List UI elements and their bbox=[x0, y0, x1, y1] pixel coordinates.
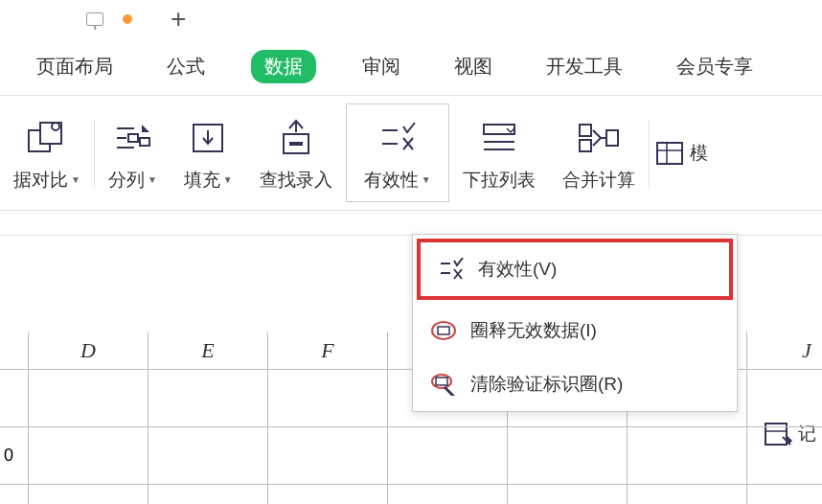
cell[interactable]: 0 bbox=[0, 427, 29, 484]
cell[interactable] bbox=[628, 485, 747, 504]
data-compare-icon bbox=[27, 114, 67, 162]
cell[interactable] bbox=[747, 485, 822, 504]
merge-calc-button[interactable]: 合并计算 bbox=[549, 103, 649, 202]
clear-circles-icon bbox=[430, 371, 457, 398]
fill-label: 填充 bbox=[184, 168, 220, 193]
menu-item-circle-invalid[interactable]: 圈释无效数据(I) bbox=[413, 304, 737, 357]
find-input-label: 查找录入 bbox=[260, 168, 332, 193]
cell[interactable] bbox=[747, 427, 822, 484]
tab-page-layout[interactable]: 页面布局 bbox=[29, 50, 121, 83]
circle-invalid-icon bbox=[430, 317, 457, 344]
tab-view[interactable]: 视图 bbox=[446, 50, 500, 83]
caret-down-icon: ▼ bbox=[148, 174, 157, 185]
cell[interactable] bbox=[148, 370, 268, 426]
caret-down-icon: ▼ bbox=[223, 174, 233, 185]
cell[interactable] bbox=[628, 427, 747, 484]
svg-rect-17 bbox=[580, 140, 591, 151]
tab-member[interactable]: 会员专享 bbox=[669, 50, 761, 83]
merge-calc-label: 合并计算 bbox=[562, 168, 635, 193]
cell[interactable] bbox=[268, 427, 388, 484]
table-row: 0 bbox=[0, 427, 822, 485]
fill-icon bbox=[190, 114, 226, 162]
tab-data[interactable]: 数据 bbox=[251, 50, 316, 83]
tab-review[interactable]: 审阅 bbox=[354, 50, 408, 83]
modified-dot-icon bbox=[123, 14, 132, 24]
cell[interactable] bbox=[148, 485, 268, 504]
merge-calc-icon bbox=[578, 114, 620, 162]
cell[interactable] bbox=[0, 485, 29, 504]
svg-rect-5 bbox=[128, 134, 138, 142]
formula-bar[interactable] bbox=[0, 211, 822, 236]
split-column-icon bbox=[113, 114, 151, 162]
dropdown-list-icon bbox=[480, 114, 518, 162]
cell[interactable] bbox=[508, 485, 628, 504]
tab-formula[interactable]: 公式 bbox=[159, 50, 213, 83]
menu-item-clear-circles-label: 清除验证标识圈(R) bbox=[470, 372, 623, 397]
dropdown-list-label: 下拉列表 bbox=[463, 168, 536, 193]
cell[interactable] bbox=[0, 370, 29, 426]
menu-item-validity[interactable]: 有效性(V) bbox=[417, 239, 733, 300]
cell[interactable] bbox=[747, 370, 822, 426]
col-header-j[interactable]: J bbox=[747, 332, 822, 369]
svg-rect-29 bbox=[436, 378, 447, 385]
col-header-f[interactable]: F bbox=[268, 332, 388, 369]
cell[interactable] bbox=[388, 485, 508, 504]
cell[interactable] bbox=[268, 370, 388, 426]
table-row bbox=[0, 485, 822, 504]
split-column-button[interactable]: 分列▼ bbox=[95, 103, 171, 202]
dropdown-list-button[interactable]: 下拉列表 bbox=[449, 103, 549, 202]
svg-point-26 bbox=[432, 322, 455, 339]
cell[interactable] bbox=[148, 427, 268, 484]
cell[interactable] bbox=[508, 427, 628, 484]
caret-down-icon: ▼ bbox=[422, 174, 431, 185]
simulate-button[interactable]: 模 bbox=[650, 103, 714, 202]
cell[interactable] bbox=[388, 427, 508, 484]
data-compare-button[interactable]: 据对比▼ bbox=[0, 103, 94, 202]
col-header-d[interactable]: D bbox=[29, 332, 148, 369]
presentation-icon bbox=[86, 12, 103, 26]
svg-rect-13 bbox=[484, 125, 514, 134]
title-bar: + bbox=[0, 0, 822, 38]
col-header-e[interactable]: E bbox=[148, 332, 268, 369]
tab-developer[interactable]: 开发工具 bbox=[538, 50, 630, 83]
ribbon-tabs: 页面布局 公式 数据 审阅 视图 开发工具 会员专享 bbox=[0, 38, 822, 96]
menu-item-circle-invalid-label: 圈释无效数据(I) bbox=[470, 318, 597, 343]
svg-rect-19 bbox=[657, 143, 682, 164]
col-header-blank[interactable] bbox=[0, 332, 29, 369]
find-input-button[interactable]: 查找录入 bbox=[246, 103, 346, 202]
cell[interactable] bbox=[29, 427, 148, 484]
fill-button[interactable]: 填充▼ bbox=[171, 103, 246, 202]
simulate-icon bbox=[655, 129, 684, 177]
toolbar: 据对比▼ 分列▼ 填充▼ 查找录入 有效性▼ 下拉列表 合并计算 bbox=[0, 96, 822, 211]
cell[interactable] bbox=[268, 485, 388, 504]
cell[interactable] bbox=[29, 370, 148, 426]
svg-rect-27 bbox=[438, 327, 449, 334]
validity-button[interactable]: 有效性▼ bbox=[346, 103, 449, 202]
find-input-icon bbox=[278, 114, 314, 162]
validity-icon bbox=[378, 114, 417, 162]
validity-icon bbox=[438, 256, 465, 283]
svg-rect-16 bbox=[580, 125, 591, 136]
validity-label: 有效性 bbox=[364, 168, 419, 193]
simulate-label: 模 bbox=[690, 141, 708, 166]
cell[interactable] bbox=[29, 485, 148, 504]
svg-rect-10 bbox=[289, 142, 303, 146]
validity-dropdown: 有效性(V) 圈释无效数据(I) 清除验证标识圈(R) bbox=[412, 234, 738, 412]
svg-rect-18 bbox=[606, 130, 618, 146]
split-column-label: 分列 bbox=[108, 168, 145, 193]
doc-tab[interactable] bbox=[86, 12, 132, 26]
new-tab-button[interactable]: + bbox=[171, 4, 186, 34]
data-compare-label: 据对比 bbox=[13, 168, 68, 193]
svg-point-28 bbox=[432, 375, 451, 388]
svg-rect-7 bbox=[140, 138, 149, 146]
caret-down-icon: ▼ bbox=[71, 174, 80, 185]
menu-item-validity-label: 有效性(V) bbox=[478, 257, 557, 282]
svg-rect-1 bbox=[40, 123, 61, 144]
menu-item-clear-circles[interactable]: 清除验证标识圈(R) bbox=[413, 357, 737, 411]
